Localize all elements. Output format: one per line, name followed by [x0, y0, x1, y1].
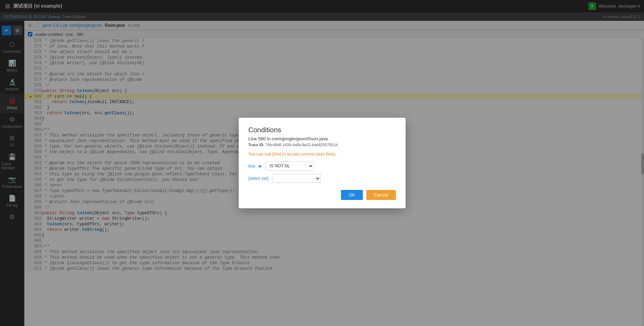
this-label[interactable]: this [248, 164, 255, 169]
modal-footer: OK Cancel [248, 190, 396, 200]
select-var-label[interactable]: [select var] [248, 176, 269, 181]
this-arrow: ▶ [259, 164, 262, 168]
modal-overlay: Conditions Line 580 in com/google/gson/G… [0, 0, 644, 326]
cancel-button[interactable]: Cancel [366, 190, 396, 200]
trace-label: Trace ID: [248, 143, 264, 147]
modal-hint: You can use [this] to access current cla… [248, 152, 396, 157]
modal-title: Conditions [248, 126, 396, 134]
conditions-modal: Conditions Line 580 in com/google/gson/G… [239, 118, 406, 208]
trace-value: 7f4c48d6-1439-4a8b-8a22-b4d92557551d [266, 143, 337, 147]
modal-condition-row: this ▶ IS NOT NL IS NULL == != < > <= >= [248, 161, 396, 170]
ok-button[interactable]: OK [341, 190, 363, 200]
condition-select[interactable]: IS NOT NL IS NULL == != < > <= >= [265, 161, 314, 170]
value-select[interactable] [272, 174, 321, 183]
modal-subtitle: Line 580 in com/google/gson/Gson.java [248, 136, 396, 141]
modal-var-row: [select var] [248, 174, 396, 183]
modal-trace: Trace ID: 7f4c48d6-1439-4a8b-8a22-b4d925… [248, 143, 396, 147]
